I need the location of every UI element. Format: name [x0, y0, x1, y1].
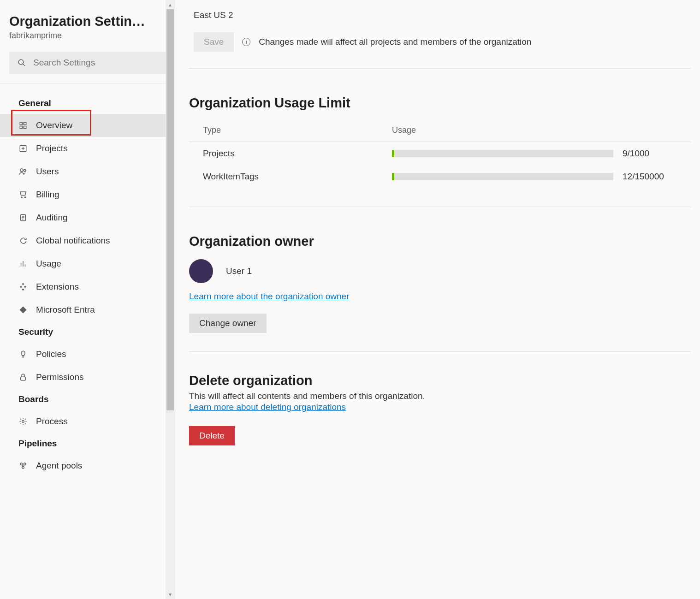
sidebar-item-permissions[interactable]: Permissions	[0, 366, 175, 389]
plus-square-icon	[18, 144, 28, 153]
nav-group-title: General	[0, 93, 175, 114]
delete-learn-more-link[interactable]: Learn more about deleting organizations	[189, 402, 346, 412]
usage-value: 9/1000	[623, 148, 649, 159]
owner-row: User 1	[189, 259, 691, 283]
scroll-up-icon[interactable]: ▲	[166, 0, 175, 9]
sidebar: Organization Settin… fabrikamprime Gener…	[0, 0, 175, 599]
nav-group-title: Pipelines	[0, 433, 175, 454]
sidebar-item-process[interactable]: Process	[0, 410, 175, 433]
svg-rect-3	[24, 122, 26, 125]
col-type-header: Type	[203, 125, 392, 135]
usage-table-header: Type Usage	[189, 119, 691, 142]
svg-point-10	[24, 170, 26, 172]
sidebar-item-projects[interactable]: Projects	[0, 137, 175, 160]
bulb-icon	[18, 350, 28, 359]
usage-table: Type Usage Projects9/1000WorkItemTags12/…	[189, 119, 691, 188]
owner-section: Organization owner User 1 Learn more abo…	[189, 234, 691, 352]
sidebar-item-label: Policies	[36, 349, 66, 359]
usage-bar-cell: 12/150000	[392, 172, 691, 182]
svg-point-24	[22, 467, 24, 469]
scroll-down-icon[interactable]: ▼	[166, 590, 175, 599]
app-root: Organization Settin… fabrikamprime Gener…	[0, 0, 700, 599]
region-value: East US 2	[189, 0, 691, 30]
usage-value: 12/150000	[623, 172, 664, 182]
svg-rect-5	[24, 126, 26, 129]
sidebar-item-agent-pools[interactable]: Agent pools	[0, 454, 175, 477]
sidebar-item-label: Billing	[36, 190, 59, 200]
progress-fill	[392, 150, 394, 157]
sidebar-item-auditing[interactable]: Auditing	[0, 206, 175, 229]
owner-learn-more-link[interactable]: Learn more about the organization owner	[189, 291, 350, 301]
sidebar-item-label: Process	[36, 416, 68, 427]
lock-icon	[18, 373, 28, 382]
main-content: East US 2 Save i Changes made will affec…	[175, 0, 700, 599]
delete-button[interactable]: Delete	[189, 426, 235, 445]
log-icon	[18, 213, 28, 222]
sidebar-item-label: Projects	[36, 143, 68, 154]
sidebar-item-label: Agent pools	[36, 461, 82, 471]
sidebar-item-label: Microsoft Entra	[36, 305, 95, 315]
usage-bar-cell: 9/1000	[392, 148, 691, 159]
progress-fill	[392, 173, 394, 180]
col-usage-header: Usage	[392, 125, 691, 135]
progress-bar	[392, 150, 613, 157]
change-owner-button[interactable]: Change owner	[189, 314, 267, 333]
scroll-thumb[interactable]	[166, 9, 174, 410]
owner-heading: Organization owner	[189, 234, 691, 249]
sidebar-nav: GeneralOverviewProjectsUsersBillingAudit…	[0, 83, 175, 477]
svg-point-0	[18, 59, 24, 65]
usage-type: Projects	[203, 148, 392, 159]
info-icon: i	[242, 38, 250, 46]
search-input[interactable]	[32, 57, 157, 68]
svg-line-1	[23, 64, 25, 66]
chart-icon	[18, 259, 28, 268]
search-icon	[18, 59, 26, 67]
usage-row: Projects9/1000	[189, 142, 691, 165]
sidebar-item-label: Overview	[36, 120, 72, 130]
sidebar-item-label: Auditing	[36, 213, 68, 223]
sidebar-item-billing[interactable]: Billing	[0, 183, 175, 206]
sidebar-item-overview[interactable]: Overview	[0, 114, 175, 137]
sidebar-item-label: Usage	[36, 259, 61, 269]
search-settings[interactable]	[9, 52, 166, 74]
gear-icon	[18, 417, 28, 426]
delete-heading: Delete organization	[189, 373, 691, 388]
sidebar-header: Organization Settin… fabrikamprime	[0, 14, 175, 45]
usage-section: Organization Usage Limit Type Usage Proj…	[189, 95, 691, 207]
diamond-icon	[18, 305, 28, 314]
puzzle-icon	[18, 282, 28, 291]
sidebar-scrollbar[interactable]: ▲ ▼	[166, 0, 175, 599]
save-info-text: Changes made will affect all projects an…	[259, 37, 531, 47]
users-icon	[18, 167, 28, 176]
save-button[interactable]: Save	[194, 32, 234, 52]
delete-desc: This will affect all contents and member…	[189, 391, 691, 401]
nav-group-title: Security	[0, 321, 175, 343]
avatar	[189, 259, 213, 283]
svg-rect-20	[21, 377, 26, 380]
nav-group-title: Boards	[0, 389, 175, 410]
save-row: Save i Changes made will affect all proj…	[189, 30, 691, 69]
svg-rect-2	[20, 122, 22, 125]
sidebar-item-users[interactable]: Users	[0, 160, 175, 183]
svg-point-11	[21, 197, 22, 198]
usage-type: WorkItemTags	[203, 172, 392, 182]
speech-icon	[18, 236, 28, 245]
usage-heading: Organization Usage Limit	[189, 95, 691, 111]
sidebar-item-entra[interactable]: Microsoft Entra	[0, 298, 175, 321]
progress-bar	[392, 173, 613, 180]
sidebar-item-label: Users	[36, 166, 59, 177]
sidebar-item-policies[interactable]: Policies	[0, 343, 175, 366]
owner-name: User 1	[226, 266, 252, 276]
usage-row: WorkItemTags12/150000	[189, 165, 691, 188]
delete-section: Delete organization This will affect all…	[189, 373, 691, 464]
sidebar-item-usage[interactable]: Usage	[0, 252, 175, 275]
sidebar-item-label: Permissions	[36, 372, 83, 382]
svg-rect-4	[20, 126, 22, 129]
sidebar-item-extensions[interactable]: Extensions	[0, 275, 175, 298]
svg-point-12	[24, 197, 25, 198]
sidebar-item-label: Global notifications	[36, 236, 110, 246]
sidebar-item-global-notifications[interactable]: Global notifications	[0, 229, 175, 252]
page-title: Organization Settin…	[9, 14, 166, 29]
svg-point-9	[20, 169, 23, 172]
org-name: fabrikamprime	[9, 31, 166, 41]
